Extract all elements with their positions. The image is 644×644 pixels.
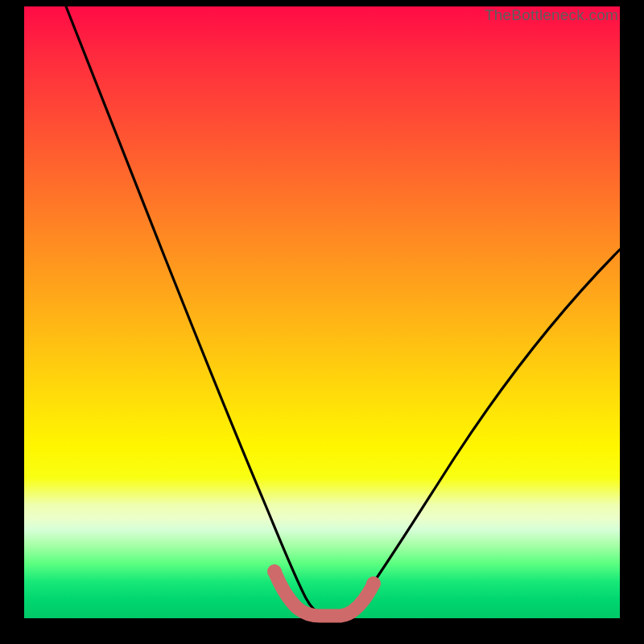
highlight-end-dot bbox=[366, 576, 381, 591]
bottom-highlight-path bbox=[275, 572, 374, 616]
bottleneck-curve-path bbox=[66, 6, 620, 614]
watermark-text: TheBottleneck.com bbox=[485, 6, 618, 24]
highlight-start-dot bbox=[267, 564, 282, 579]
chart-frame: TheBottleneck.com bbox=[0, 0, 644, 644]
chart-svg bbox=[24, 6, 620, 618]
